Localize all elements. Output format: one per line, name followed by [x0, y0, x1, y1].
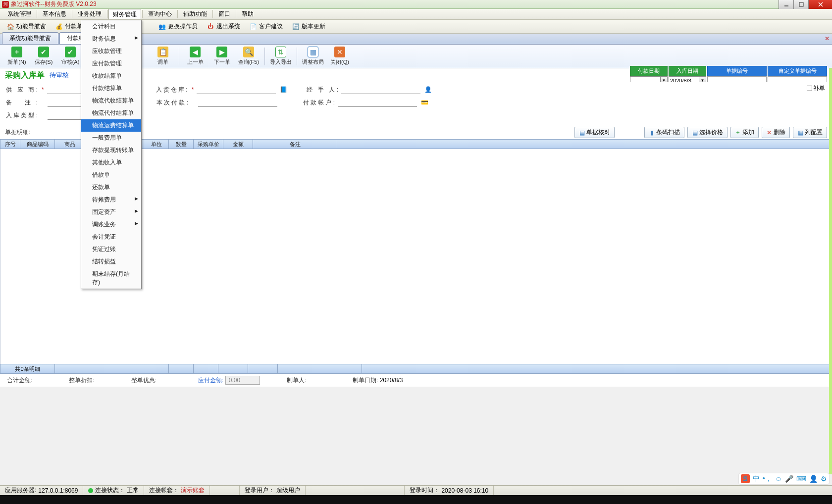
menu-basic[interactable]: 基本信息: [38, 9, 71, 19]
taskbar[interactable]: [0, 495, 832, 504]
menu-item-期末结存(月结存)[interactable]: 期末结存(月结存): [81, 268, 141, 289]
th-price[interactable]: 采购单价: [194, 140, 223, 149]
menu-item-应付款管理[interactable]: 应付款管理: [81, 57, 141, 70]
card-icon[interactable]: 💳: [421, 99, 428, 106]
menu-item-凭证过账[interactable]: 凭证过账: [81, 243, 141, 255]
book-icon[interactable]: 📘: [280, 86, 287, 93]
close-button[interactable]: [808, 0, 832, 9]
prev-doc-button[interactable]: ◀上一单: [182, 46, 208, 67]
menu-item-一般费用单[interactable]: 一般费用单: [81, 132, 141, 144]
ime-face-icon[interactable]: ☺: [775, 475, 782, 483]
menu-item-借款单[interactable]: 借款单: [81, 169, 141, 181]
update-button[interactable]: 🔄版本更新: [288, 21, 329, 32]
th-unit[interactable]: 单位: [144, 140, 169, 149]
intype-label: 入库类型:: [6, 111, 39, 120]
maximize-button[interactable]: [793, 0, 808, 9]
th-qty[interactable]: 数量: [169, 140, 194, 149]
feedback-button[interactable]: 📄客户建议: [246, 21, 286, 32]
handler-input[interactable]: [341, 85, 420, 94]
menu-item-会计科目[interactable]: 会计科目: [81, 20, 141, 33]
switch-operator-button[interactable]: 👥更换操作员: [155, 21, 201, 32]
menu-finance[interactable]: 财务管理: [108, 9, 141, 19]
scrollbar[interactable]: [829, 68, 832, 474]
ime-gear-icon[interactable]: ⚙: [821, 475, 827, 483]
menu-item-其他收入单[interactable]: 其他收入单: [81, 156, 141, 169]
person-icon[interactable]: 👤: [424, 86, 431, 93]
adjust-doc-button[interactable]: 📋调单: [150, 46, 176, 67]
menu-item-结转损益[interactable]: 结转损益: [81, 255, 141, 268]
document-icon: 📄: [249, 23, 257, 31]
payacct-input[interactable]: [338, 98, 417, 107]
thispay-input[interactable]: [198, 98, 277, 107]
menu-item-会计凭证[interactable]: 会计凭证: [81, 231, 141, 243]
supplement-checkbox[interactable]: 补单: [807, 84, 825, 93]
ime-s-icon[interactable]: S: [741, 474, 750, 483]
menu-item-物流代付结算单[interactable]: 物流代付结算单: [81, 107, 141, 119]
ime-toolbar[interactable]: S 中 •， ☺ 🎤 ⌨ 👤 ⚙: [739, 473, 829, 484]
th-code[interactable]: 商品编码: [20, 140, 55, 149]
warehouse-input[interactable]: [197, 85, 276, 94]
minimize-button[interactable]: [779, 0, 793, 9]
select-price-button[interactable]: ▤选择价格: [687, 127, 728, 138]
total-label: 合计金额:: [7, 377, 32, 384]
menu-system[interactable]: 系统管理: [3, 9, 36, 19]
th-remark[interactable]: 备注: [253, 140, 337, 149]
tab-nav[interactable]: 系统功能导航窗: [2, 32, 58, 44]
menu-item-待摊费用[interactable]: 待摊费用▶: [81, 194, 141, 206]
arrow-left-icon: ◀: [190, 47, 201, 57]
close-doc-button[interactable]: ✕关闭(Q): [327, 46, 353, 67]
barcode-icon: ▮: [649, 130, 655, 136]
ime-cn[interactable]: 中: [753, 474, 760, 483]
menu-aux[interactable]: 辅助功能: [179, 9, 211, 19]
column-config-button[interactable]: ▦列配置: [793, 127, 827, 138]
next-doc-button[interactable]: ▶下一单: [209, 46, 235, 67]
menu-item-应收款管理[interactable]: 应收款管理: [81, 45, 141, 57]
th-amount[interactable]: 金额: [223, 140, 253, 149]
menu-item-调账业务[interactable]: 调账业务▶: [81, 218, 141, 231]
chevron-right-icon: ▶: [135, 35, 138, 40]
query-button[interactable]: 🔍查询(F5): [236, 46, 261, 67]
menubar: 系统管理 基本信息 业务处理 财务管理 查询中心 辅助功能 窗口 帮助: [0, 9, 832, 20]
menu-item-收款结算单[interactable]: 收款结算单: [81, 70, 141, 82]
check-icon: ✔: [38, 47, 49, 57]
menu-business[interactable]: 业务处理: [73, 9, 106, 19]
menu-item-财务信息[interactable]: 财务信息▶: [81, 33, 141, 45]
menu-item-存款提现转账单[interactable]: 存款提现转账单: [81, 144, 141, 156]
audit-button[interactable]: ✔审核(A): [57, 46, 83, 67]
status-account: 连接帐套：演示账套: [144, 486, 210, 495]
nav-window-button[interactable]: 🏠功能导航窗: [3, 21, 50, 32]
check-doc-button[interactable]: ▤单据核对: [574, 127, 615, 138]
ime-person-icon[interactable]: 👤: [809, 475, 818, 483]
status-bar: 应用服务器:127.0.0.1:8069 连接状态：正常 连接帐套：演示账套 登…: [0, 485, 832, 495]
menu-item-物流运费结算单[interactable]: 物流运费结算单: [81, 119, 141, 132]
plus-icon: ＋: [11, 47, 22, 57]
save-button[interactable]: ✔保存(S): [31, 46, 56, 67]
delete-row-button[interactable]: ✕删除: [762, 127, 790, 138]
layout-button[interactable]: ▦调整布局: [300, 46, 326, 67]
chevron-right-icon: ▶: [135, 221, 138, 226]
barcode-scan-button[interactable]: ▮条码扫描: [644, 127, 684, 138]
menu-item-付款结算单[interactable]: 付款结算单: [81, 82, 141, 95]
new-button[interactable]: ＋新单(N): [4, 46, 30, 67]
window-controls: [779, 0, 832, 9]
add-row-button[interactable]: ＋添加: [730, 127, 759, 138]
exit-button[interactable]: ⏻退出系统: [203, 21, 244, 32]
menu-help[interactable]: 帮助: [237, 9, 258, 19]
pref-label: 整单优惠:: [131, 377, 156, 384]
menu-item-还款单[interactable]: 还款单: [81, 181, 141, 194]
th-product[interactable]: 商品: [55, 140, 85, 149]
th-index[interactable]: 序号: [0, 140, 20, 149]
label: 功能导航窗: [16, 22, 46, 31]
menu-item-固定资产[interactable]: 固定资产▶: [81, 206, 141, 218]
ime-punct-icon[interactable]: •，: [763, 474, 772, 483]
ime-mic-icon[interactable]: 🎤: [785, 475, 793, 483]
tab-close-button[interactable]: ✕: [823, 35, 831, 43]
menu-window[interactable]: 窗口: [214, 9, 235, 19]
import-export-button[interactable]: ⇅导入导出: [268, 46, 294, 67]
ime-keyboard-icon[interactable]: ⌨: [796, 475, 806, 483]
list-icon: ▤: [579, 130, 585, 136]
menu-item-物流代收结算单[interactable]: 物流代收结算单: [81, 95, 141, 107]
app-icon: 河: [2, 1, 9, 8]
menu-query[interactable]: 查询中心: [144, 9, 176, 19]
custom-no-label: 自定义单据编号: [768, 66, 827, 76]
